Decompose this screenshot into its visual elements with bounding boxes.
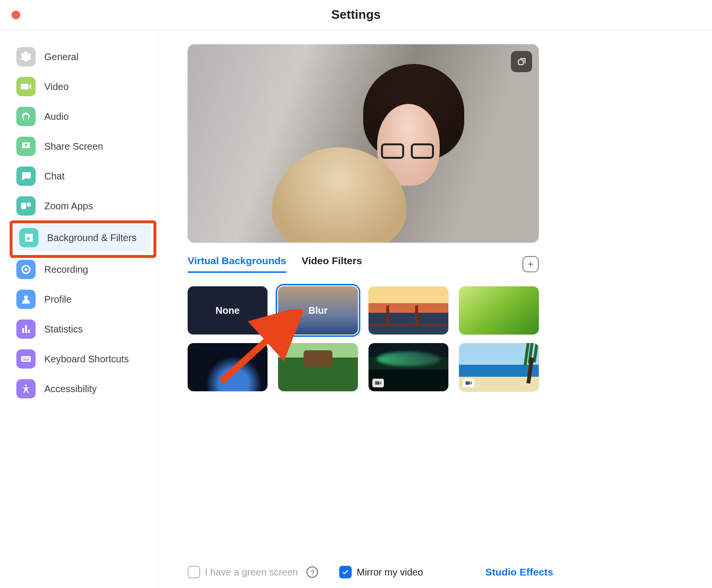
svg-rect-7	[28, 358, 29, 358]
background-options-bar: I have a green screen ? Mirror my video …	[188, 537, 553, 578]
settings-window: Settings General Video Audio	[0, 0, 712, 588]
check-icon	[342, 568, 349, 576]
svg-rect-10	[519, 60, 523, 64]
background-option-blur[interactable]: Blur	[278, 286, 358, 334]
sidebar-item-label: Background & Filters	[47, 232, 137, 243]
camera-preview	[188, 44, 539, 243]
accessibility-icon	[16, 379, 36, 398]
sidebar-item-chat[interactable]: Chat	[12, 163, 154, 190]
sidebar-item-statistics[interactable]: Statistics	[12, 316, 154, 343]
window-title: Settings	[0, 7, 712, 22]
annotation-highlight-box: Background & Filters	[12, 222, 154, 256]
profile-icon	[16, 290, 36, 309]
preview-figure	[381, 143, 434, 160]
window-body: General Video Audio Share Screen	[0, 30, 712, 588]
background-tabs: Virtual Backgrounds Video Filters	[188, 255, 362, 273]
settings-content: Virtual Backgrounds Video Filters None B…	[159, 30, 712, 588]
sidebar-item-label: Keyboard Shortcuts	[44, 354, 129, 365]
svg-point-9	[25, 384, 27, 386]
sidebar-item-keyboard-shortcuts[interactable]: Keyboard Shortcuts	[12, 345, 154, 372]
sidebar-item-share-screen[interactable]: Share Screen	[12, 133, 154, 160]
sidebar-item-zoom-apps[interactable]: Zoom Apps	[12, 192, 154, 219]
sidebar-item-label: Audio	[44, 111, 69, 122]
add-background-button[interactable]	[522, 256, 539, 272]
sidebar-item-accessibility[interactable]: Accessibility	[12, 375, 154, 402]
svg-rect-5	[25, 358, 25, 358]
background-option-image-1[interactable]	[369, 286, 448, 334]
green-screen-checkbox[interactable]	[188, 566, 200, 578]
keyboard-icon	[16, 349, 36, 369]
sidebar-item-label: Accessibility	[44, 383, 97, 395]
recording-icon	[16, 260, 36, 279]
sidebar-item-label: Chat	[44, 171, 64, 182]
sidebar-item-background-filters[interactable]: Background & Filters	[14, 224, 152, 251]
sidebar-item-video[interactable]: Video	[12, 73, 154, 100]
svg-point-2	[24, 295, 28, 299]
titlebar: Settings	[0, 0, 712, 30]
background-option-video-1[interactable]	[369, 343, 448, 391]
sidebar-item-label: Video	[44, 81, 69, 92]
apps-icon	[16, 196, 36, 216]
plus-icon	[526, 260, 535, 268]
background-option-none[interactable]: None	[188, 286, 267, 334]
sidebar-item-general[interactable]: General	[12, 43, 154, 70]
close-window-button[interactable]	[12, 11, 20, 19]
green-screen-help-button[interactable]: ?	[306, 566, 318, 578]
sidebar-item-profile[interactable]: Profile	[12, 286, 154, 313]
mirror-video-label: Mirror my video	[356, 567, 423, 578]
statistics-icon	[16, 320, 36, 339]
background-tabs-row: Virtual Backgrounds Video Filters	[188, 255, 539, 273]
svg-rect-4	[23, 358, 24, 358]
rotate-icon	[516, 56, 527, 67]
background-filters-icon	[19, 228, 38, 247]
sidebar-item-label: Recording	[44, 264, 88, 275]
svg-rect-3	[21, 356, 31, 362]
rotate-camera-button[interactable]	[511, 51, 532, 72]
studio-effects-link[interactable]: Studio Effects	[485, 566, 553, 578]
mirror-video-checkbox[interactable]	[339, 566, 352, 578]
sidebar-item-label: Share Screen	[44, 141, 103, 152]
svg-rect-8	[23, 359, 29, 360]
tab-video-filters[interactable]: Video Filters	[302, 255, 362, 273]
video-badge-icon	[463, 379, 474, 387]
background-option-label: None	[216, 305, 240, 316]
background-option-image-2[interactable]	[459, 286, 539, 334]
green-screen-label: I have a green screen	[205, 567, 298, 578]
sidebar-item-label: Statistics	[44, 324, 83, 335]
tab-virtual-backgrounds[interactable]: Virtual Backgrounds	[188, 255, 286, 273]
gear-icon	[16, 47, 36, 66]
sidebar-item-label: Profile	[44, 294, 72, 305]
sidebar-item-recording[interactable]: Recording	[12, 256, 154, 283]
background-option-video-2[interactable]	[459, 343, 539, 391]
headphones-icon	[16, 107, 36, 126]
background-grid: None Blur	[188, 286, 539, 391]
background-option-image-3[interactable]	[188, 343, 267, 391]
chat-icon	[16, 166, 36, 186]
share-screen-icon	[16, 137, 36, 156]
sidebar-item-label: General	[44, 51, 78, 63]
settings-sidebar: General Video Audio Share Screen	[0, 30, 159, 588]
background-option-image-4[interactable]	[278, 343, 358, 391]
video-badge-icon	[372, 379, 384, 387]
svg-point-1	[25, 268, 27, 271]
background-option-label: Blur	[308, 305, 328, 316]
video-icon	[16, 77, 36, 96]
sidebar-item-label: Zoom Apps	[44, 201, 93, 212]
svg-rect-6	[26, 358, 27, 358]
sidebar-item-audio[interactable]: Audio	[12, 103, 154, 130]
